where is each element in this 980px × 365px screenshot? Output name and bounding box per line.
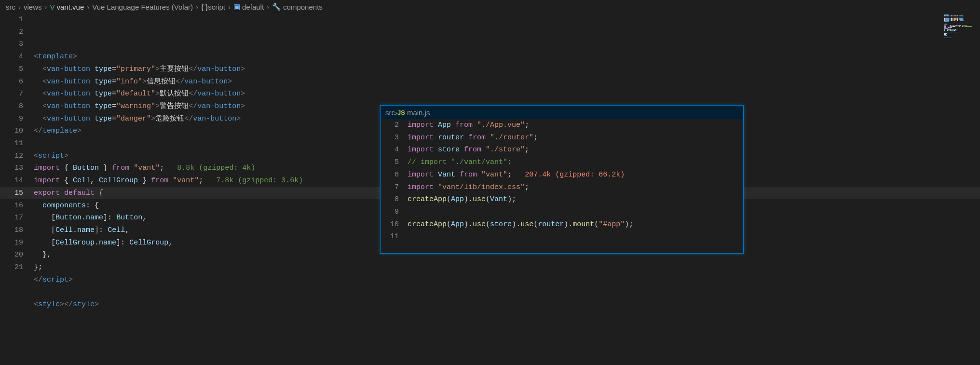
code-line[interactable] [34, 286, 980, 298]
crumb-item[interactable]: default [242, 3, 264, 11]
code-line[interactable] [408, 206, 743, 218]
crumb-item[interactable]: Vue Language Features (Volar) [92, 3, 193, 11]
code-line[interactable]: <van-button type="primary">主要按钮</van-but… [34, 63, 980, 76]
chevron-right-icon: › [87, 3, 89, 11]
code-line[interactable]: <template> [34, 51, 980, 63]
code-line[interactable]: import App from "./App.vue"; [408, 119, 743, 132]
code-line[interactable]: </script> [34, 274, 980, 286]
code-line[interactable]: createApp(App).use(Vant); [408, 193, 743, 206]
crumb-item[interactable]: components [283, 3, 323, 11]
chevron-right-icon: › [45, 3, 47, 11]
peek-view[interactable]: src › JS main.js 234567891011 import App… [380, 105, 744, 254]
js-file-icon: JS [397, 109, 405, 116]
code-line[interactable]: import Vant from "vant"; 207.4k (gzipped… [408, 169, 743, 181]
crumb-folder[interactable]: views [24, 3, 42, 11]
code-line[interactable]: }; [34, 261, 980, 274]
chevron-right-icon: › [196, 3, 198, 11]
line-gutter: 123456789101112131415161718192021 [0, 14, 34, 365]
code-line[interactable]: <van-button type="default">默认按钮</van-but… [34, 88, 980, 100]
code-content[interactable]: import App from "./App.vue";import route… [408, 119, 743, 253]
breadcrumb[interactable]: src › views › V vant.vue › Vue Language … [0, 0, 980, 14]
code-line[interactable]: // import "./vant/vant"; [408, 156, 743, 169]
crumb-item[interactable]: script [208, 3, 225, 11]
code-line[interactable]: import store from "./store"; [408, 144, 743, 156]
code-line[interactable]: import router from "./router"; [408, 132, 743, 144]
crumb-file[interactable]: vant.vue [57, 3, 84, 11]
chevron-right-icon: › [18, 3, 21, 11]
wrench-icon: 🔧 [272, 2, 281, 11]
peek-breadcrumb[interactable]: src › JS main.js [381, 106, 743, 119]
code-line[interactable]: <van-button type="info">信息按钮</van-button… [34, 76, 980, 88]
peek-editor[interactable]: 234567891011 import App from "./App.vue"… [381, 119, 743, 253]
code-line[interactable] [408, 230, 743, 243]
braces-icon: { } [201, 3, 208, 11]
line-gutter: 234567891011 [381, 119, 408, 253]
chevron-right-icon: › [267, 3, 269, 11]
chevron-right-icon: › [228, 3, 231, 11]
variable-icon: ▣ [233, 2, 240, 11]
vue-file-icon: V [50, 3, 55, 11]
crumb-folder[interactable]: src [6, 3, 15, 11]
code-line[interactable]: createApp(App).use(store).use(router).mo… [408, 218, 743, 231]
crumb-folder[interactable]: src [385, 108, 395, 117]
crumb-file[interactable]: main.js [407, 108, 430, 117]
code-line[interactable]: import "vant/lib/index.css"; [408, 181, 743, 194]
minimap[interactable] [944, 14, 978, 43]
code-line[interactable]: <style></style> [34, 298, 980, 311]
